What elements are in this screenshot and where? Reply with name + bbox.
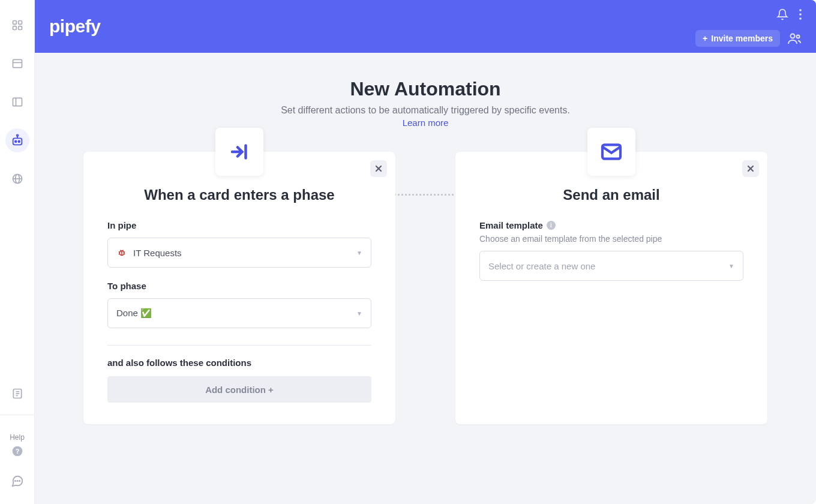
conditions-label: and also follows these conditions [107,358,371,368]
in-pipe-label: In pipe [107,220,371,230]
trigger-card: When a card enters a phase In pipe IT Re… [83,152,395,424]
invite-members-button[interactable]: + Invite members [695,30,780,47]
svg-point-9 [14,140,16,142]
svg-rect-1 [18,21,22,25]
svg-point-10 [18,140,20,142]
brand-logo: pipefy [49,16,100,37]
svg-point-26 [799,13,802,16]
sidebar: Help ? [0,0,35,504]
svg-rect-0 [13,21,16,25]
to-phase-select[interactable]: Done ✅ ▼ [107,298,371,328]
notifications-icon[interactable] [776,8,788,20]
trigger-title: When a card enters a phase [107,187,371,203]
email-template-sub: Choose an email template from the select… [479,234,743,244]
svg-line-40 [121,250,121,251]
email-template-label: Email template i [479,220,743,230]
svg-rect-3 [18,26,22,30]
page-subtitle: Set different actions to be automaticall… [59,105,792,116]
nav-apps-icon[interactable] [5,13,29,37]
close-action-button[interactable] [742,160,759,177]
nav-panel-icon[interactable] [5,90,29,114]
members-icon[interactable] [787,32,802,44]
bug-icon [116,247,127,258]
content: New Automation Set different actions to … [35,53,816,504]
svg-point-12 [16,134,18,136]
action-card: Send an email Email template i Choose an… [455,152,767,424]
chevron-down-icon: ▼ [728,263,734,269]
nav-globe-icon[interactable] [5,167,29,191]
nav-automation-icon[interactable] [5,128,29,152]
divider [107,345,371,346]
to-phase-value: Done ✅ [116,308,152,319]
svg-point-22 [14,481,15,481]
svg-rect-4 [13,59,22,67]
chevron-down-icon: ▼ [356,310,362,317]
svg-point-24 [19,481,20,481]
email-template-select[interactable]: Select or create a new one ▼ [479,251,743,281]
email-template-placeholder: Select or create a new one [488,261,595,271]
trigger-badge-icon [215,128,263,176]
svg-point-23 [17,481,17,481]
nav-list-icon[interactable] [5,52,29,76]
svg-point-25 [799,9,802,11]
svg-text:?: ? [15,448,19,455]
svg-point-27 [799,17,802,20]
plus-icon: + [703,34,707,43]
nav-notes-icon[interactable] [5,382,29,406]
action-title: Send an email [479,187,743,203]
svg-point-28 [791,34,795,38]
page-title: New Automation [59,78,792,100]
svg-point-29 [797,35,800,38]
main-area: pipefy + Invite members New Au [35,0,816,504]
in-pipe-select[interactable]: IT Requests ▼ [107,238,371,268]
add-condition-button[interactable]: Add condition + [107,376,371,403]
close-trigger-button[interactable] [370,160,387,177]
info-icon[interactable]: i [547,221,556,230]
more-menu-icon[interactable] [799,9,802,20]
invite-label: Invite members [711,34,773,43]
action-badge-icon [587,128,635,176]
svg-line-41 [123,250,124,251]
chevron-down-icon: ▼ [356,250,362,256]
svg-rect-6 [13,98,22,106]
help-icon[interactable]: ? [5,439,29,463]
topbar: pipefy + Invite members [35,0,816,53]
learn-more-link[interactable]: Learn more [59,118,792,128]
svg-rect-8 [13,138,22,145]
chat-icon[interactable] [5,469,29,493]
connector-line [390,194,461,196]
to-phase-label: To phase [107,281,371,291]
in-pipe-value: IT Requests [133,248,182,258]
sidebar-divider [0,415,34,415]
svg-rect-2 [13,26,16,30]
